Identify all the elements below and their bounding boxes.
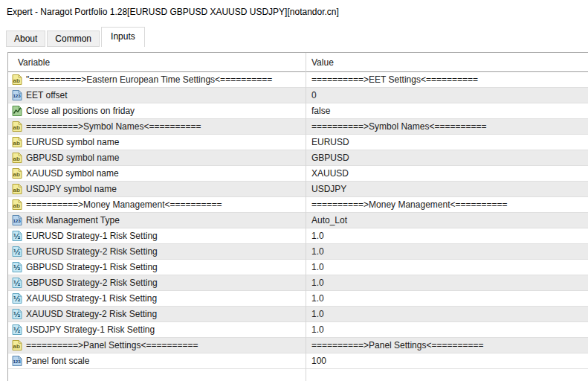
value-cell[interactable]: 1.0 [306,291,588,307]
variable-value[interactable]: false [311,103,588,118]
variable-value[interactable]: 1.0 [311,244,588,259]
column-divider[interactable] [306,53,306,381]
value-cell[interactable]: Auto_Lot [306,213,588,228]
variable-cell: ½ EURUSD Strategy-2 Risk Setting [8,244,306,260]
value-cell[interactable]: USDJPY [306,182,588,197]
input-row[interactable]: ab USDJPY symbol name USDJPY [8,182,588,197]
variable-value[interactable]: 0 [311,88,588,103]
variable-value[interactable]: 1.0 [311,291,588,306]
input-row[interactable]: ab GBPUSD symbol name GBPUSD [8,150,588,166]
variable-name: GBPUSD Strategy-1 Risk Setting [26,260,306,275]
variable-cell: ab GBPUSD symbol name [8,150,306,166]
variable-value[interactable]: 1.0 [311,307,588,321]
svg-text:ab: ab [13,156,20,162]
input-row[interactable]: ab XAUUSD symbol name XAUUSD [8,166,588,182]
variable-cell: ab "==========>Eastern European Time Set… [8,72,306,88]
variable-value[interactable]: 100 [311,353,588,368]
half-fraction-double-icon: ½ [11,246,23,257]
value-cell[interactable]: 1.0 [306,228,588,244]
svg-text:ab: ab [13,343,20,350]
input-row[interactable]: ½ GBPUSD Strategy-2 Risk Setting 1.0 [8,275,588,291]
svg-text:½: ½ [13,264,20,272]
input-row[interactable]: ab "==========>Eastern European Time Set… [8,72,588,88]
variable-cell: ab ==========>Symbol Names<========== [8,119,306,135]
value-cell[interactable]: 1.0 [306,275,588,291]
variable-value[interactable]: ==========>Money Management<========== [311,197,588,212]
variable-value[interactable]: ==========>Panel Settings<========== [311,338,588,353]
value-cell[interactable]: GBPUSD [306,150,588,166]
tab-common[interactable]: Common [47,31,100,47]
value-cell[interactable]: ==========>Panel Settings<========== [306,338,588,353]
input-row[interactable]: ½ EURUSD Strategy-1 Risk Setting 1.0 [8,228,588,244]
tab-inputs[interactable]: Inputs [101,27,145,47]
value-cell[interactable]: 1.0 [306,244,588,260]
value-cell[interactable]: 100 [306,353,588,369]
variable-name: GBPUSD Strategy-2 Risk Setting [26,275,306,290]
value-cell[interactable]: ==========>Symbol Names<========== [306,119,588,135]
variable-value[interactable]: ==========>EET Settings<========== [311,72,588,87]
table-header-row: Variable Value [8,53,588,72]
svg-text:123: 123 [13,359,21,364]
inputs-table: Variable Value ab "==========>Eastern Eu… [7,52,588,381]
input-row[interactable]: ½ GBPUSD Strategy-1 Risk Setting 1.0 [8,260,588,275]
variable-value[interactable]: 1.0 [311,322,588,337]
value-cell[interactable]: EURUSD [306,135,588,150]
ab-string-icon: ab [11,183,23,195]
variable-cell: ½ USDJPY Strategy-1 Risk Setting [8,322,306,338]
variable-value[interactable]: USDJPY [311,182,588,196]
input-row[interactable]: ab ==========>Panel Settings<========== … [8,338,588,353]
input-row[interactable]: 123 EET offset 0 [8,88,588,103]
svg-text:½: ½ [13,233,20,240]
input-row[interactable]: ½ XAUUSD Strategy-2 Risk Setting 1.0 [8,307,588,322]
variable-value[interactable]: 1.0 [311,275,588,290]
123-integer-icon: 123 [11,89,23,101]
value-cell[interactable]: XAUUSD [306,166,588,182]
variable-cell: ab XAUUSD symbol name [8,166,306,182]
value-cell[interactable]: 1.0 [306,260,588,275]
variable-cell: ab EURUSD symbol name [8,135,306,150]
ab-string-icon: ab [11,339,23,351]
variable-value[interactable]: ==========>Symbol Names<========== [311,119,588,134]
input-row[interactable]: ½ EURUSD Strategy-2 Risk Setting 1.0 [8,244,588,260]
value-cell[interactable]: ==========>EET Settings<========== [306,72,588,88]
input-row[interactable]: 123 Panel font scale 100 [8,353,588,369]
input-row[interactable]: ½ USDJPY Strategy-1 Risk Setting 1.0 [8,322,588,338]
half-fraction-double-icon: ½ [11,277,23,289]
variable-value[interactable]: XAUUSD [311,166,588,181]
bool-chart-icon [11,105,23,117]
input-row[interactable]: Close all positions on friday false [8,103,588,119]
value-cell[interactable]: 0 [306,88,588,103]
svg-text:ab: ab [13,124,20,131]
value-cell[interactable]: ==========>Money Management<========== [306,197,588,213]
variable-value[interactable]: Auto_Lot [311,213,588,228]
ab-string-icon: ab [11,121,23,132]
svg-text:ab: ab [13,140,20,147]
ab-string-icon: ab [11,167,23,179]
svg-text:123: 123 [13,93,21,98]
variable-name: USDJPY Strategy-1 Risk Setting [26,322,306,337]
variable-value[interactable]: 1.0 [311,228,588,243]
column-header-value[interactable]: Value [306,57,588,68]
input-row[interactable]: 123 Risk Management Type Auto_Lot [8,213,588,228]
variable-value[interactable]: EURUSD [311,135,588,150]
variable-name: XAUUSD symbol name [26,166,306,181]
input-row[interactable]: ab EURUSD symbol name EURUSD [8,135,588,150]
tab-about[interactable]: About [6,31,45,47]
variable-value[interactable]: 1.0 [311,260,588,275]
half-fraction-double-icon: ½ [11,292,23,304]
column-header-variable[interactable]: Variable [8,57,306,68]
value-cell[interactable]: 1.0 [306,307,588,322]
svg-text:ab: ab [13,171,20,178]
value-cell[interactable]: 1.0 [306,322,588,338]
variable-cell: ½ XAUUSD Strategy-1 Risk Setting [8,291,306,307]
input-row[interactable]: ab ==========>Symbol Names<========== ==… [8,119,588,135]
input-row[interactable]: ½ XAUUSD Strategy-1 Risk Setting 1.0 [8,291,588,307]
ab-string-icon: ab [11,74,23,86]
ab-string-icon: ab [11,152,23,164]
input-row[interactable]: ab ==========>Money Management<=========… [8,197,588,213]
variable-value[interactable]: GBPUSD [311,150,588,165]
svg-text:ab: ab [13,202,20,209]
variable-name: EURUSD Strategy-2 Risk Setting [26,244,306,259]
variable-name: ==========>Symbol Names<========== [26,119,306,134]
value-cell[interactable]: false [306,103,588,119]
